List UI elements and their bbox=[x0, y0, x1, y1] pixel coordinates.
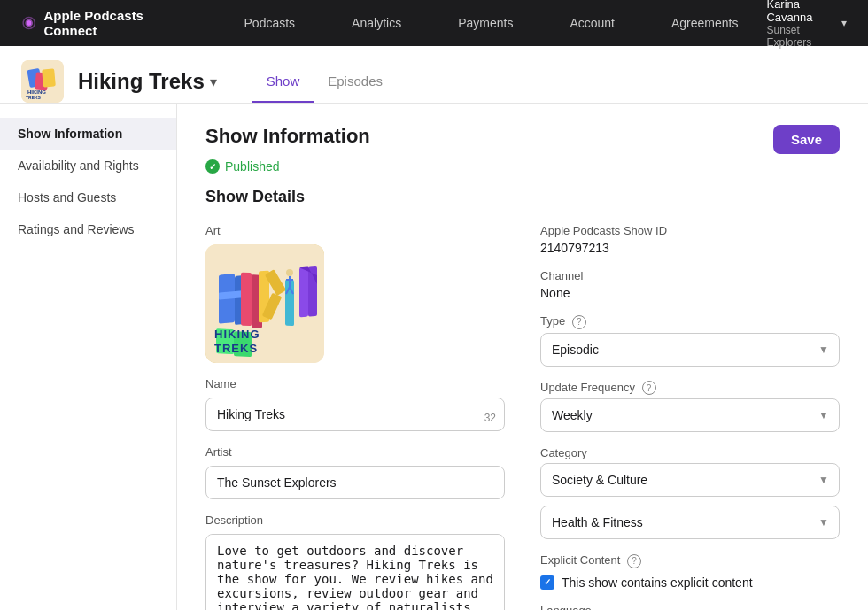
category2-wrap: Health & Fitness Society & Culture Arts … bbox=[540, 506, 840, 539]
app-logo[interactable]: Apple Podcasts Connect bbox=[21, 8, 181, 38]
name-char-count: 32 bbox=[484, 412, 496, 424]
art-preview[interactable]: HIKING TREKS bbox=[205, 244, 324, 363]
sidebar-item-ratings[interactable]: Ratings and Reviews bbox=[0, 213, 176, 245]
name-field: Name 32 bbox=[205, 377, 505, 431]
channel-value: None bbox=[540, 286, 840, 300]
update-freq-help-icon[interactable]: ? bbox=[642, 381, 656, 395]
sidebar-item-show-information[interactable]: Show Information bbox=[0, 118, 176, 150]
content-header: Show Information Save bbox=[205, 125, 840, 154]
artist-label: Artist bbox=[205, 445, 505, 459]
user-chevron-icon: ▾ bbox=[841, 17, 847, 29]
explicit-checkbox[interactable] bbox=[540, 575, 554, 590]
type-select[interactable]: Episodic Serial bbox=[540, 333, 840, 367]
show-title: Hiking Treks bbox=[78, 69, 205, 94]
apple-id-row: Apple Podcasts Show ID 2140797213 bbox=[540, 224, 840, 255]
show-title-wrap: Hiking Treks ▾ bbox=[78, 69, 217, 94]
svg-point-24 bbox=[286, 269, 293, 276]
art-label: Art bbox=[205, 224, 505, 237]
language-field: Language English Spanish French German ▼ bbox=[540, 604, 840, 610]
nav-payments[interactable]: Payments bbox=[430, 0, 541, 46]
user-info: Karina Cavanna Sunset Explorers bbox=[766, 0, 838, 49]
right-column: Apple Podcasts Show ID 2140797213 Channe… bbox=[540, 224, 840, 610]
type-field: Type ? Episodic Serial ▼ bbox=[540, 314, 840, 367]
apple-id-value: 2140797213 bbox=[540, 241, 840, 255]
update-freq-label: Update Frequency ? bbox=[540, 381, 840, 396]
category-label: Category bbox=[540, 446, 840, 459]
show-header: HIKING TREKS Hiking Treks ▾ Show Episode… bbox=[0, 46, 868, 104]
show-art-small: HIKING TREKS bbox=[21, 60, 64, 103]
description-input[interactable]: Love to get outdoors and discover nature… bbox=[205, 534, 505, 610]
nav-podcasts[interactable]: Podcasts bbox=[216, 0, 324, 46]
name-label: Name bbox=[205, 377, 505, 390]
tab-show[interactable]: Show bbox=[252, 61, 314, 103]
category2-select[interactable]: Health & Fitness Society & Culture Arts bbox=[540, 506, 840, 539]
show-tabs: Show Episodes bbox=[252, 61, 397, 103]
name-input[interactable] bbox=[205, 398, 505, 431]
svg-text:TREKS: TREKS bbox=[26, 95, 42, 100]
podcast-icon bbox=[21, 14, 36, 32]
artist-field: Artist bbox=[205, 445, 505, 499]
published-badge: Published bbox=[205, 159, 840, 174]
channel-row: Channel None bbox=[540, 269, 840, 300]
type-label: Type ? bbox=[540, 314, 840, 329]
explicit-check-label: This show contains explicit content bbox=[562, 575, 753, 590]
page-title: Show Information bbox=[205, 125, 370, 148]
left-column: Art bbox=[205, 224, 505, 610]
svg-text:TREKS: TREKS bbox=[214, 342, 258, 355]
update-freq-select[interactable]: Weekly Daily Monthly Biweekly bbox=[540, 398, 840, 432]
svg-rect-11 bbox=[241, 273, 252, 327]
category1-wrap: Society & Culture Health & Fitness Arts … bbox=[540, 463, 840, 497]
main-layout: Show Information Availability and Rights… bbox=[0, 104, 868, 610]
published-dot-icon bbox=[205, 159, 220, 174]
top-nav-links: Podcasts Analytics Payments Account Agre… bbox=[216, 0, 767, 46]
svg-rect-4 bbox=[42, 68, 56, 87]
user-menu[interactable]: Karina Cavanna Sunset Explorers ▾ bbox=[766, 0, 847, 49]
explicit-checkbox-row: This show contains explicit content bbox=[540, 575, 840, 590]
main-content: Show Information Save Published Show Det… bbox=[177, 104, 868, 610]
top-nav: Apple Podcasts Connect Podcasts Analytic… bbox=[0, 0, 868, 46]
sidebar-item-availability[interactable]: Availability and Rights bbox=[0, 150, 176, 181]
sidebar-item-hosts[interactable]: Hosts and Guests bbox=[0, 181, 176, 213]
category1-select[interactable]: Society & Culture Health & Fitness Arts … bbox=[540, 463, 840, 497]
two-column-layout: Art bbox=[205, 224, 840, 610]
language-label: Language bbox=[540, 604, 840, 610]
svg-text:HIKING: HIKING bbox=[214, 328, 260, 341]
description-label: Description bbox=[205, 513, 505, 527]
artist-input[interactable] bbox=[205, 466, 505, 499]
description-field: Description Love to get outdoors and dis… bbox=[205, 513, 505, 610]
apple-id-label: Apple Podcasts Show ID bbox=[540, 224, 840, 237]
show-art-large: HIKING TREKS bbox=[205, 244, 324, 363]
show-thumbnail: HIKING TREKS bbox=[21, 60, 64, 103]
art-field: Art bbox=[205, 224, 505, 363]
nav-account[interactable]: Account bbox=[541, 0, 643, 46]
channel-label: Channel bbox=[540, 269, 840, 282]
explicit-label: Explicit Content ? bbox=[540, 553, 840, 568]
type-select-wrap: Episodic Serial ▼ bbox=[540, 333, 840, 367]
sidebar: Show Information Availability and Rights… bbox=[0, 104, 177, 610]
category-field: Category Society & Culture Health & Fitn… bbox=[540, 446, 840, 539]
type-help-icon[interactable]: ? bbox=[572, 315, 586, 329]
explicit-help-icon[interactable]: ? bbox=[627, 554, 641, 568]
svg-rect-17 bbox=[299, 267, 308, 318]
name-input-wrapper: 32 bbox=[205, 398, 505, 431]
save-button[interactable]: Save bbox=[773, 125, 840, 154]
svg-point-0 bbox=[27, 20, 32, 26]
explicit-field: Explicit Content ? This show contains ex… bbox=[540, 553, 840, 590]
section-title: Show Details bbox=[205, 188, 840, 206]
nav-agreements[interactable]: Agreements bbox=[643, 0, 766, 46]
update-freq-field: Update Frequency ? Weekly Daily Monthly … bbox=[540, 381, 840, 433]
nav-analytics[interactable]: Analytics bbox=[323, 0, 430, 46]
tab-episodes[interactable]: Episodes bbox=[314, 61, 397, 103]
show-title-chevron-icon[interactable]: ▾ bbox=[210, 73, 217, 90]
update-freq-select-wrap: Weekly Daily Monthly Biweekly ▼ bbox=[540, 398, 840, 432]
